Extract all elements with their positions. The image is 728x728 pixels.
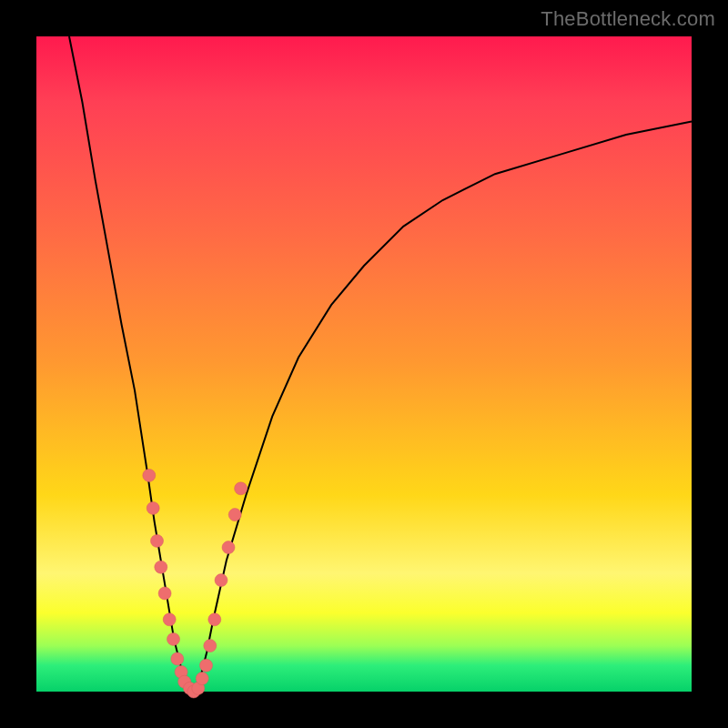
sample-point (147, 501, 159, 514)
sample-markers (143, 469, 248, 698)
sample-point (204, 640, 217, 652)
sample-point (215, 574, 228, 587)
sample-point (158, 587, 171, 600)
chart-canvas: TheBottleneck.com (0, 0, 728, 728)
sample-point (228, 509, 241, 521)
sample-point (200, 659, 213, 672)
curve-right-branch (194, 122, 692, 692)
sample-point (163, 613, 176, 626)
sample-point (167, 632, 180, 645)
sample-point (151, 534, 164, 547)
sample-point (171, 652, 184, 665)
sample-point (196, 672, 208, 685)
sample-point (143, 469, 156, 481)
watermark-text: TheBottleneck.com (541, 7, 715, 31)
sample-point (222, 541, 235, 554)
plot-area (36, 36, 692, 692)
curve-overlay (36, 36, 692, 692)
curve-left-branch (69, 36, 194, 692)
sample-point (155, 561, 167, 573)
sample-point (235, 482, 248, 495)
sample-point (208, 613, 221, 626)
